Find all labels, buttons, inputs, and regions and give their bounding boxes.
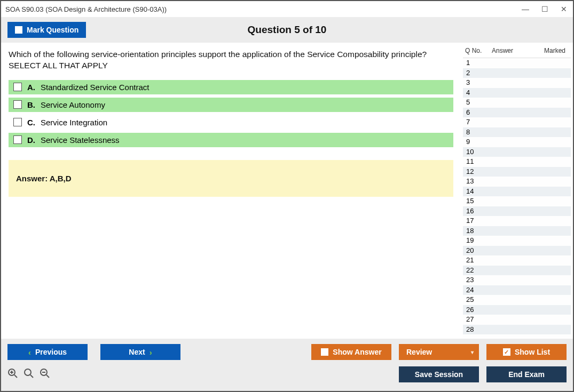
checkbox-icon[interactable]: [13, 118, 22, 126]
checkbox-checked-icon: ✓: [503, 348, 510, 356]
option-text: Standardized Service Contract: [41, 83, 149, 92]
list-item[interactable]: 2: [463, 68, 571, 78]
checkbox-icon[interactable]: [13, 100, 22, 109]
show-list-label: Show List: [515, 348, 550, 356]
chevron-left-icon: ‹: [28, 348, 31, 357]
window-controls: — ☐ ✕: [521, 5, 569, 13]
list-item[interactable]: 19: [463, 236, 571, 246]
list-item[interactable]: 9: [463, 137, 571, 147]
list-item[interactable]: 24: [463, 285, 571, 295]
chevron-down-icon: ▾: [471, 349, 474, 355]
question-list[interactable]: 1234567891011121314151617181920212223242…: [463, 58, 571, 337]
list-item[interactable]: 1: [463, 58, 571, 68]
zoom-controls: [7, 368, 50, 381]
list-item[interactable]: 23: [463, 275, 571, 285]
list-item[interactable]: 26: [463, 305, 571, 315]
col-marked: Marked: [534, 47, 569, 54]
svg-line-1: [14, 375, 17, 378]
question-list-panel: Q No. Answer Marked 12345678910111213141…: [461, 43, 573, 339]
option-letter: C.: [27, 118, 35, 127]
option-row[interactable]: B.Service Autonomy: [9, 98, 453, 112]
footer-row-2: Save Session End Exam: [7, 366, 567, 382]
title-bar: SOA S90.03 (SOA Design & Architecture (S…: [1, 1, 573, 17]
option-row[interactable]: A.Standardized Service Contract: [9, 80, 453, 94]
next-label: Next: [129, 348, 145, 356]
col-qno: Q No.: [465, 47, 492, 54]
option-row[interactable]: D.Service Statelessness: [9, 133, 453, 147]
checkbox-icon[interactable]: [13, 83, 22, 91]
list-item[interactable]: 8: [463, 127, 571, 138]
list-item[interactable]: 6: [463, 108, 571, 118]
option-text: Service Statelessness: [41, 135, 120, 145]
show-answer-label: Show Answer: [333, 348, 381, 356]
list-item[interactable]: 13: [463, 177, 571, 187]
question-text: Which of the following service-orientati…: [9, 49, 453, 71]
question-panel: Which of the following service-orientati…: [1, 43, 461, 339]
list-item[interactable]: 5: [463, 98, 571, 108]
option-row[interactable]: C.Service Integration: [9, 115, 453, 130]
list-item[interactable]: 22: [463, 266, 571, 276]
chevron-right-icon: ›: [150, 348, 152, 357]
answer-label: Answer: A,B,D: [16, 174, 72, 183]
options-list: A.Standardized Service ContractB.Service…: [9, 80, 453, 147]
list-item[interactable]: 29: [463, 334, 571, 337]
svg-line-5: [30, 375, 33, 378]
maximize-icon[interactable]: ☐: [540, 5, 549, 13]
save-session-button[interactable]: Save Session: [399, 366, 479, 382]
review-button[interactable]: Review ▾: [399, 344, 479, 360]
list-item[interactable]: 10: [463, 147, 571, 157]
zoom-out-icon[interactable]: [40, 368, 50, 381]
previous-button[interactable]: ‹ Previous: [7, 344, 88, 360]
end-exam-button[interactable]: End Exam: [486, 366, 567, 382]
previous-label: Previous: [35, 348, 67, 356]
list-item[interactable]: 12: [463, 167, 571, 177]
checkbox-icon[interactable]: [13, 135, 22, 144]
close-icon[interactable]: ✕: [559, 5, 569, 13]
toolbar: Mark Question Question 5 of 10: [1, 17, 573, 43]
list-item[interactable]: 21: [463, 255, 571, 266]
checkbox-icon: [15, 26, 22, 34]
list-item[interactable]: 18: [463, 226, 571, 236]
footer-row-1: ‹ Previous Next › Show Answer Review ▾ ✓…: [7, 344, 567, 360]
svg-line-7: [46, 375, 49, 378]
list-item[interactable]: 7: [463, 117, 571, 127]
mark-question-button[interactable]: Mark Question: [7, 22, 86, 38]
zoom-reset-icon[interactable]: [23, 368, 34, 381]
review-label: Review: [406, 348, 432, 356]
option-text: Service Autonomy: [41, 100, 105, 109]
list-item[interactable]: 14: [463, 187, 571, 197]
list-item[interactable]: 20: [463, 246, 571, 256]
list-item[interactable]: 27: [463, 315, 571, 325]
option-letter: B.: [27, 100, 35, 109]
list-item[interactable]: 28: [463, 325, 571, 335]
option-text: Service Integration: [41, 118, 107, 127]
content-area: Which of the following service-orientati…: [1, 43, 573, 339]
list-item[interactable]: 11: [463, 157, 571, 167]
minimize-icon[interactable]: —: [521, 5, 530, 13]
zoom-in-icon[interactable]: [7, 368, 18, 381]
mark-question-label: Mark Question: [27, 26, 78, 34]
option-letter: A.: [27, 83, 35, 92]
list-item[interactable]: 25: [463, 295, 571, 305]
checkbox-icon: [321, 348, 328, 356]
next-button[interactable]: Next ›: [100, 344, 180, 360]
window-title: SOA S90.03 (SOA Design & Architecture (S…: [5, 5, 521, 13]
show-answer-button[interactable]: Show Answer: [311, 344, 391, 360]
question-counter: Question 5 of 10: [1, 24, 573, 36]
footer-bar: ‹ Previous Next › Show Answer Review ▾ ✓…: [1, 339, 573, 391]
list-item[interactable]: 17: [463, 216, 571, 226]
col-answer: Answer: [492, 47, 534, 54]
svg-point-4: [25, 369, 31, 375]
show-list-button[interactable]: ✓ Show List: [486, 344, 567, 360]
option-letter: D.: [27, 135, 35, 145]
question-list-header: Q No. Answer Marked: [463, 47, 571, 58]
list-item[interactable]: 15: [463, 196, 571, 206]
list-item[interactable]: 16: [463, 206, 571, 217]
list-item[interactable]: 3: [463, 78, 571, 88]
end-exam-label: End Exam: [508, 370, 545, 379]
save-session-label: Save Session: [415, 370, 463, 379]
list-item[interactable]: 4: [463, 88, 571, 98]
answer-box: Answer: A,B,D: [9, 160, 453, 197]
